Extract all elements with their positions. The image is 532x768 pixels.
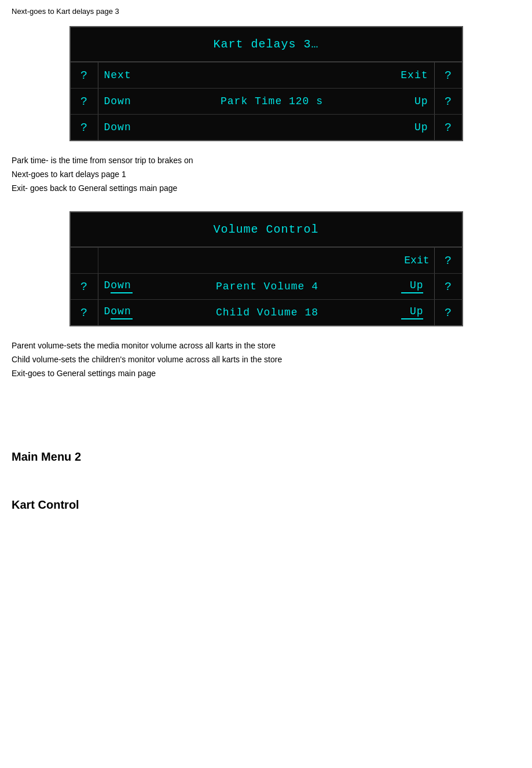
desc2-line2: Child volume-sets the children's monitor… [12,353,520,367]
screen1-row3-right-q: ? [434,115,462,140]
desc1-line3: Exit- goes back to General settings main… [12,182,520,196]
screen2-title: Volume Control [213,223,318,236]
screen1-container: Kart delays 3… ? Next Exit ? ? Down Park… [12,26,520,141]
screen1-row3-main: Down Up [98,118,434,137]
screen2-row1-left-q: ? [71,274,98,299]
screen1: Kart delays 3… ? Next Exit ? ? Down Park… [69,26,463,141]
screen2-row2-right-dash [401,318,423,319]
screen2-row2-left-btn: Down [104,306,139,317]
screen1-row1-right-q: ? [434,63,462,88]
screen2-row1-left-btn: Down [104,280,139,291]
screen2-row2-right-q: ? [434,300,462,325]
screen2-exit-row: Exit ? [71,247,462,273]
screen1-row-1: ? Next Exit ? [71,62,462,88]
screen2-row2-right-btn-wrap: Up [396,306,428,319]
screen2-row1-right-q: ? [434,274,462,299]
screen1-row2-left-q: ? [71,89,98,114]
screen1-row-3: ? Down Up ? [71,114,462,140]
screen2-row2-left-btn-wrap: Down [104,306,139,319]
footer-heading1: Main Menu 2 [12,450,520,464]
screen2-row1-right-btn: Up [401,280,424,291]
screen2-row1-main: Down Parent Volume 4 Up [98,276,434,297]
desc2-line1: Parent volume-sets the media monitor vol… [12,339,520,353]
screen1-row1-left-q: ? [71,63,98,88]
screen1-row1-main: Next Exit [98,66,434,84]
desc1-line1: Park time- is the time from sensor trip … [12,154,520,168]
description1: Park time- is the time from sensor trip … [12,154,520,195]
screen1-row1-left-btn: Next [104,69,139,81]
screen1-row3-right-btn: Up [405,122,428,133]
screen1-row2-right-btn: Up [405,95,428,107]
screen1-title-row: Kart delays 3… [71,27,462,62]
screen2-row2-main: Down Child Volume 18 Up [98,302,434,323]
screen2-row1-left-btn-wrap: Down [104,280,139,293]
screen2-row-1: ? Down Parent Volume 4 Up ? [71,273,462,299]
screen1-row-2: ? Down Park Time 120 s Up ? [71,88,462,114]
screen2-container: Volume Control Exit ? ? Down Parent Volu… [12,211,520,326]
screen2-row2-value: Child Volume 18 [145,307,390,318]
screen2-row2-left-dash [111,318,133,319]
description2: Parent volume-sets the media monitor vol… [12,339,520,380]
screen1-row2-right-q: ? [434,89,462,114]
screen2-row2-left-q: ? [71,300,98,325]
desc2-line3: Exit-goes to General settings main page [12,367,520,381]
footer-heading2: Kart Control [12,498,520,512]
screen1-title: Kart delays 3… [213,38,318,51]
screen2-row1-value: Parent Volume 4 [145,281,390,292]
screen2-row2-right-btn: Up [401,306,424,317]
screen2-exit-label: Exit [404,255,434,266]
screen2-row1-left-dash [111,292,133,293]
footer: Main Menu 2 Kart Control [12,450,520,512]
screen1-row3-left-q: ? [71,115,98,140]
page1-label: Next-goes to Kart delays page 3 [12,7,520,16]
screen1-row2-value: Park Time 120 s [145,95,399,107]
screen2-row-2: ? Down Child Volume 18 Up ? [71,299,462,325]
screen1-row1-right-btn: Exit [401,69,428,81]
desc1-line2: Next-goes to kart delays page 1 [12,168,520,182]
screen2-exit-right-q: ? [434,248,462,273]
screen2-title-row: Volume Control [71,212,462,247]
screen2-row1-right-btn-wrap: Up [396,280,428,293]
screen2: Volume Control Exit ? ? Down Parent Volu… [69,211,463,326]
screen2-row1-right-dash [401,292,423,293]
screen1-row3-left-btn: Down [104,122,139,133]
screen1-row2-left-btn: Down [104,95,139,107]
screen1-row2-main: Down Park Time 120 s Up [98,92,434,111]
